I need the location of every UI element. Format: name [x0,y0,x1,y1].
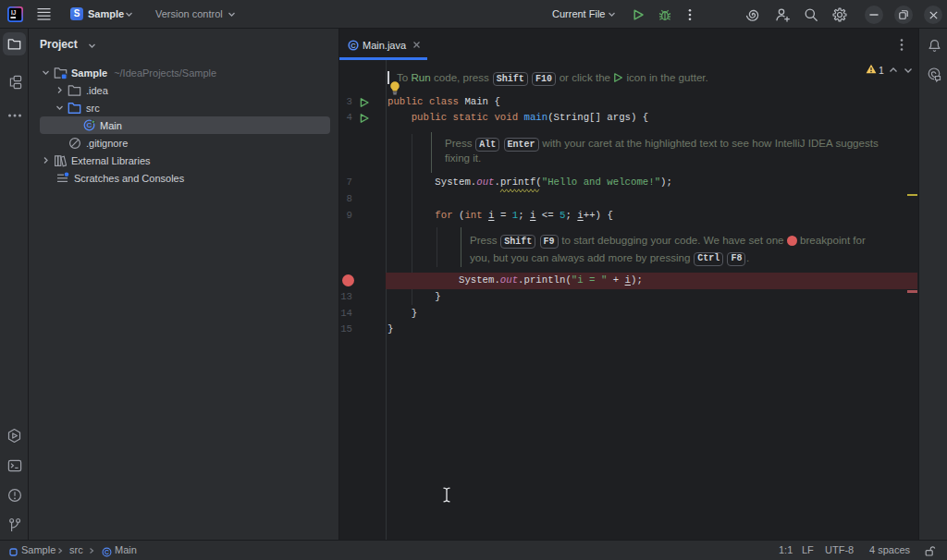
svg-text:C: C [351,42,356,50]
svg-text:C: C [105,549,109,555]
svg-text:C: C [87,121,92,129]
svg-text:IJ: IJ [11,9,17,16]
